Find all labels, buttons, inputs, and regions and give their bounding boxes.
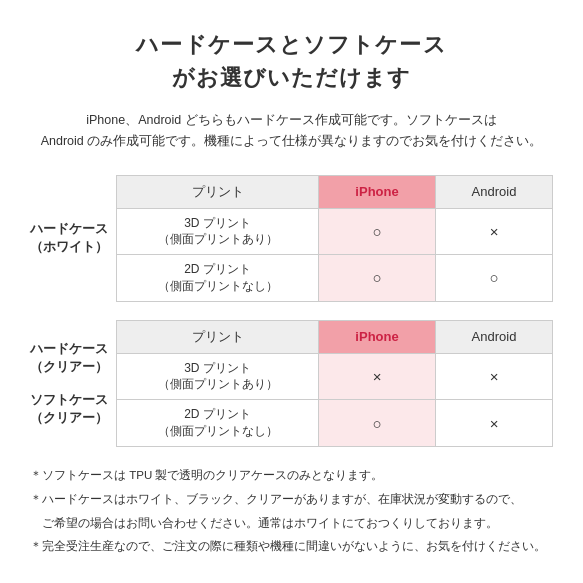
inner-table-1: プリント iPhone Android 3D プリント（側面プリントあり） bbox=[116, 175, 553, 302]
symbol-iphone-2d-1: ○ bbox=[373, 269, 382, 286]
iphone-2d-1: ○ bbox=[319, 255, 436, 302]
symbol-android-3d-2: × bbox=[490, 368, 499, 385]
note-1: ＊ソフトケースは TPU 製で透明のクリアケースのみとなります。 bbox=[30, 465, 553, 487]
row-label-line1: ハードケース bbox=[30, 221, 108, 236]
iphone-2d-2: ○ bbox=[319, 400, 436, 447]
table-row: 2D プリント（側面プリントなし） ○ × bbox=[117, 400, 553, 447]
inner-table-2: プリント iPhone Android 3D プリント（側面プリントあり） bbox=[116, 320, 553, 447]
symbol-android-2d-2: × bbox=[490, 415, 499, 432]
note-3: ご希望の場合はお問い合わせください。通常はホワイトにておつくりしております。 bbox=[30, 513, 553, 535]
iphone-3d-1: ○ bbox=[319, 208, 436, 255]
row-label2-line2: （クリアー） bbox=[30, 359, 108, 374]
section-hard-white: ハードケース （ホワイト） プリント iPhone Android bbox=[30, 175, 553, 302]
symbol-android-3d-1: × bbox=[490, 223, 499, 240]
android-3d-2: × bbox=[436, 353, 553, 400]
outer-table-1: ハードケース （ホワイト） プリント iPhone Android bbox=[30, 175, 553, 302]
print-label-2d-1: 2D プリント（側面プリントなし） bbox=[117, 255, 319, 302]
symbol-iphone-3d-2: × bbox=[373, 368, 382, 385]
table-row: 3D プリント（側面プリントあり） ○ × bbox=[117, 208, 553, 255]
col-header-print-2: プリント bbox=[117, 320, 319, 353]
section-hard-clear: ハードケース （クリアー） ソフトケース （クリアー） プリント iPhone … bbox=[30, 320, 553, 447]
main-title: ハードケースとソフトケース がお選びいただけます bbox=[30, 28, 553, 94]
row-label2-line1: ハードケース bbox=[30, 341, 108, 356]
symbol-iphone-2d-2: ○ bbox=[373, 415, 382, 432]
inner-table-cell-1: プリント iPhone Android 3D プリント（側面プリントあり） bbox=[116, 175, 553, 302]
symbol-iphone-3d-1: ○ bbox=[373, 223, 382, 240]
col-header-android-2: Android bbox=[436, 320, 553, 353]
notes-section: ＊ソフトケースは TPU 製で透明のクリアケースのみとなります。 ＊ハードケース… bbox=[30, 465, 553, 558]
print-label-2d-2: 2D プリント（側面プリントなし） bbox=[117, 400, 319, 447]
row-label-line2: （ホワイト） bbox=[30, 239, 108, 254]
row-label3-line1: ソフトケース bbox=[30, 392, 108, 407]
outer-table-2: ハードケース （クリアー） ソフトケース （クリアー） プリント iPhone … bbox=[30, 320, 553, 447]
description: iPhone、Android どちらもハードケース作成可能です。ソフトケースはA… bbox=[30, 110, 553, 153]
print-label-3d-2: 3D プリント（側面プリントあり） bbox=[117, 353, 319, 400]
col-header-iphone-1: iPhone bbox=[319, 175, 436, 208]
android-3d-1: × bbox=[436, 208, 553, 255]
row-label3-line2: （クリアー） bbox=[30, 410, 108, 425]
row-label-1: ハードケース （ホワイト） bbox=[30, 175, 116, 302]
table-row: 3D プリント（側面プリントあり） × × bbox=[117, 353, 553, 400]
title-line2: がお選びいただけます bbox=[172, 65, 412, 90]
symbol-android-2d-1: ○ bbox=[489, 269, 498, 286]
inner-table-cell-2: プリント iPhone Android 3D プリント（側面プリントあり） bbox=[116, 320, 553, 447]
print-label-3d-1: 3D プリント（側面プリントあり） bbox=[117, 208, 319, 255]
note-4: ＊完全受注生産なので、ご注文の際に種類や機種に間違いがないように、お気を付けくだ… bbox=[30, 536, 553, 558]
android-2d-1: ○ bbox=[436, 255, 553, 302]
iphone-3d-2: × bbox=[319, 353, 436, 400]
android-2d-2: × bbox=[436, 400, 553, 447]
col-header-android-1: Android bbox=[436, 175, 553, 208]
col-header-iphone-2: iPhone bbox=[319, 320, 436, 353]
col-header-print-1: プリント bbox=[117, 175, 319, 208]
title-line1: ハードケースとソフトケース bbox=[136, 32, 446, 57]
note-2: ＊ハードケースはホワイト、ブラック、クリアーがありますが、在庫状況が変動するので… bbox=[30, 489, 553, 511]
description-text: iPhone、Android どちらもハードケース作成可能です。ソフトケースはA… bbox=[41, 113, 543, 148]
row-label-2: ハードケース （クリアー） ソフトケース （クリアー） bbox=[30, 320, 116, 447]
page-container: ハードケースとソフトケース がお選びいただけます iPhone、Android … bbox=[0, 0, 583, 580]
table-row: 2D プリント（側面プリントなし） ○ ○ bbox=[117, 255, 553, 302]
